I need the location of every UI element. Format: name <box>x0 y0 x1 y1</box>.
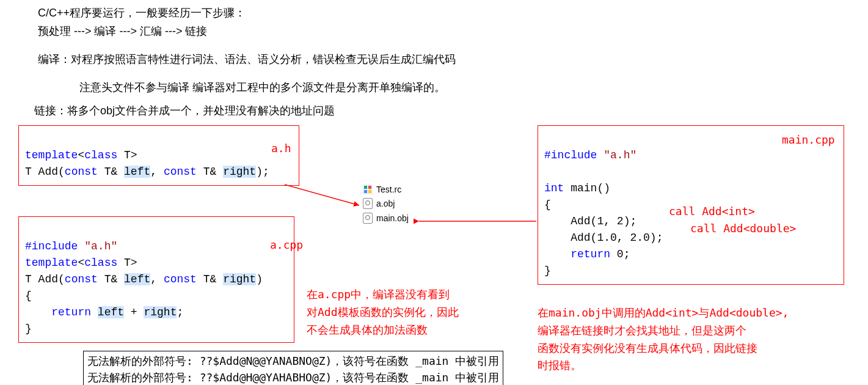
note-acpp-explain: 在a.cpp中，编译器没有看到 对Add模板函数的实例化，因此 不会生成具体的加… <box>307 286 459 339</box>
svg-line-5 <box>285 185 359 205</box>
note-line: 不会生成具体的加法函数 <box>307 321 459 339</box>
intro-line-5: 链接：将多个obj文件合并成一个，并处理没有解决的地址问题 <box>34 101 335 120</box>
error-line: 无法解析的外部符号: ??$Add@N@@YANABNO@Z)，该符号在函数 _… <box>87 353 499 369</box>
label-ah: a.h <box>271 142 291 155</box>
linker-error-box: 无法解析的外部符号: ??$Add@N@@YANABNO@Z)，该符号在函数 _… <box>83 351 503 385</box>
code-box-acpp: #include "a.h" template<class T> T Add(c… <box>18 216 294 343</box>
error-line: 无法解析的外部符号: ??$Add@H@@YAHABHO@Z)，该符号在函数 _… <box>87 369 499 385</box>
svg-rect-1 <box>364 186 367 189</box>
note-line: 时报错。 <box>538 357 789 375</box>
intro-line-1: C/C++程序要运行，一般要经历一下步骤： <box>38 4 246 23</box>
note-line: 在main.obj中调用的Add<int>与Add<double>, <box>538 304 789 322</box>
call-add-int: call Add<int> <box>669 205 755 218</box>
file-testrc: Test.rc <box>363 185 409 194</box>
svg-rect-2 <box>368 186 371 189</box>
svg-rect-4 <box>368 190 371 193</box>
note-line: 在a.cpp中，编译器没有看到 <box>307 286 459 304</box>
resource-file-icon <box>363 185 373 194</box>
file-list: Test.rc a.obj main.obj <box>363 185 409 224</box>
call-add-double: call Add<double> <box>690 222 796 235</box>
file-name: main.obj <box>376 213 409 223</box>
fn-add: Add <box>38 166 58 178</box>
note-main-explain: 在main.obj中调用的Add<int>与Add<double>, 编译器在链… <box>538 304 789 375</box>
file-name: Test.rc <box>376 185 401 194</box>
label-acpp: a.cpp <box>270 238 303 251</box>
arrow-mainobj-to-maincpp <box>415 218 541 252</box>
note-line: 函数没有实例化没有生成具体代码，因此链接 <box>538 340 789 358</box>
obj-file-icon <box>363 198 373 209</box>
note-line: 编译器在链接时才会找其地址，但是这两个 <box>538 322 789 340</box>
arrow-acpp-to-aobj <box>285 185 364 218</box>
svg-rect-3 <box>364 190 367 193</box>
intro-line-4: 注意头文件不参与编译 编译器对工程中的多个源文件是分离开单独编译的。 <box>79 78 445 97</box>
note-line: 对Add模板函数的实例化，因此 <box>307 304 459 321</box>
code-box-ah: template<class T> T Add(const T& left, c… <box>18 125 299 186</box>
param-left: left <box>124 166 150 178</box>
intro-line-2: 预处理 ---> 编译 ---> 汇编 ---> 链接 <box>38 22 208 41</box>
kw-class: class <box>84 149 117 161</box>
param-right: right <box>223 166 256 178</box>
obj-file-icon <box>363 213 373 224</box>
file-aobj: a.obj <box>363 198 409 209</box>
kw-template: template <box>25 149 78 161</box>
file-name: a.obj <box>376 199 395 208</box>
label-maincpp: main.cpp <box>782 133 835 146</box>
file-mainobj: main.obj <box>363 213 409 224</box>
intro-line-3: 编译：对程序按照语言特性进行词法、语法、语义分析，错误检查无误后生成汇编代码 <box>38 50 456 69</box>
